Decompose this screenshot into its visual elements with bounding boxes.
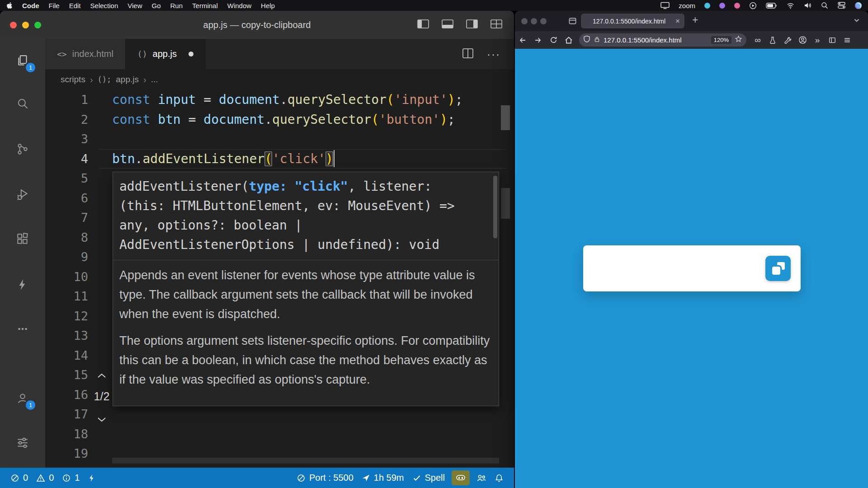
apple-menu-icon[interactable] — [6, 1, 13, 10]
list-tabs-chevron-icon[interactable] — [853, 16, 861, 26]
scrollbar-thumb[interactable] — [501, 105, 510, 130]
menu-terminal[interactable]: Terminal — [192, 2, 218, 9]
menu-help[interactable]: Help — [261, 2, 275, 9]
more-views-icon[interactable] — [0, 322, 45, 336]
extensions-icon[interactable] — [0, 232, 45, 246]
problems-errors[interactable]: 0 — [6, 468, 32, 488]
firefox-view-icon[interactable] — [568, 17, 577, 27]
app-dot-teal-icon[interactable] — [704, 3, 710, 9]
power-status[interactable] — [84, 468, 100, 488]
signature-line: addEventListener(type: "click", listener… — [119, 177, 491, 196]
beaker-extension-icon[interactable] — [766, 36, 779, 44]
copilot-status[interactable] — [452, 470, 470, 485]
toggle-panel-icon[interactable] — [442, 19, 453, 30]
lock-icon[interactable] — [594, 36, 600, 45]
close-tab-icon[interactable]: × — [675, 17, 680, 26]
split-editor-icon[interactable] — [462, 48, 473, 60]
lightning-icon — [88, 474, 96, 483]
explorer-icon[interactable] — [0, 54, 45, 67]
close-window-button[interactable] — [521, 18, 528, 24]
search-icon[interactable] — [0, 97, 45, 110]
clipboard-text-input[interactable] — [591, 252, 761, 285]
search-icon[interactable] — [821, 1, 828, 10]
address-bar[interactable]: 127.0.0.1:5500/index.html 120% — [579, 33, 746, 47]
menu-edit[interactable]: Edit — [69, 2, 81, 9]
battery-icon[interactable] — [766, 1, 777, 10]
scrollbar-decoration — [501, 188, 510, 219]
play-circle-icon[interactable] — [749, 1, 757, 10]
spell-checker[interactable]: Spell — [408, 468, 449, 488]
live-server-port[interactable]: Port : 5500 — [292, 468, 358, 488]
menu-view[interactable]: View — [127, 2, 142, 9]
app-dot-purple-icon[interactable] — [719, 3, 725, 9]
chevron-up-icon[interactable] — [97, 365, 106, 385]
tab-app-js[interactable]: () app.js — [126, 39, 206, 69]
code-line-4[interactable]: btn.addEventListener('click') — [112, 149, 335, 169]
back-icon[interactable] — [515, 36, 530, 45]
wrench-devtools-icon[interactable] — [781, 36, 794, 44]
new-tab-button[interactable]: + — [692, 14, 698, 26]
control-center-icon[interactable] — [837, 1, 846, 10]
menu-run[interactable]: Run — [170, 2, 183, 9]
hamburger-menu-icon[interactable] — [840, 36, 854, 44]
horizontal-scrollbar[interactable] — [112, 458, 499, 464]
home-icon[interactable] — [561, 36, 576, 45]
menu-file[interactable]: File — [49, 2, 60, 9]
zoom-app-menu[interactable]: zoom — [679, 2, 695, 9]
settings-sliders-icon[interactable] — [0, 436, 45, 449]
tracking-protection-shield-icon[interactable] — [583, 35, 590, 45]
problems-warnings[interactable]: 0 — [32, 468, 58, 488]
menu-selection[interactable]: Selection — [90, 2, 118, 9]
menu-app-code[interactable]: Code — [22, 2, 39, 9]
chevron-down-icon[interactable] — [97, 408, 106, 428]
run-debug-icon[interactable] — [0, 188, 45, 201]
popup-scrollbar-thumb[interactable] — [493, 176, 497, 238]
web-page — [515, 49, 868, 488]
code-line-2[interactable]: const btn = document.querySelector('butt… — [112, 110, 455, 130]
thunder-client-icon[interactable] — [0, 278, 45, 291]
browser-tab[interactable]: 127.0.0.1:5500/index.html × — [581, 14, 684, 28]
breadcrumb-file[interactable]: app.js — [116, 75, 139, 84]
notifications[interactable] — [491, 468, 508, 488]
problems-info[interactable]: 1 — [58, 468, 84, 488]
siri-icon[interactable] — [855, 1, 862, 10]
zoom-window-button[interactable] — [540, 18, 547, 24]
accounts-icon[interactable] — [0, 391, 45, 405]
zoom-window-button[interactable] — [34, 22, 41, 28]
signature-pager: 1/2 — [87, 365, 117, 428]
infinity-extension-icon[interactable]: ∞ — [751, 35, 764, 45]
code-editor[interactable]: 12345678910111213141516171819 const inpu… — [45, 90, 514, 468]
sidebars-icon[interactable] — [826, 36, 839, 44]
source-control-icon[interactable] — [0, 142, 45, 156]
breadcrumb-folder[interactable]: scripts — [61, 75, 85, 84]
reload-icon[interactable] — [546, 36, 561, 44]
zoom-level-badge[interactable]: 120% — [711, 36, 731, 44]
bookmark-star-icon[interactable] — [735, 35, 742, 45]
modified-dot-icon[interactable] — [189, 52, 193, 56]
menu-window[interactable]: Window — [227, 2, 251, 9]
volume-icon[interactable] — [804, 1, 812, 10]
account-avatar-icon[interactable] — [796, 36, 809, 44]
time-tracker[interactable]: 1h 59m — [358, 468, 408, 488]
copy-button[interactable] — [765, 256, 791, 281]
toggle-sidebar-icon[interactable] — [417, 19, 429, 30]
signature-line: AddEventListenerOptions | undefined): vo… — [119, 235, 491, 254]
people-status[interactable] — [472, 468, 491, 488]
breadcrumb-more[interactable]: ... — [151, 75, 158, 84]
app-dot-pink-icon[interactable] — [734, 3, 740, 9]
minimize-window-button[interactable] — [22, 22, 29, 28]
code-line-1[interactable]: const input = document.querySelector('in… — [112, 90, 463, 110]
toggle-secondary-sidebar-icon[interactable] — [466, 19, 478, 30]
menu-go[interactable]: Go — [152, 2, 161, 9]
vscode-titlebar[interactable]: app.js — copy-to-clipboard — [0, 11, 514, 39]
overflow-menu-icon[interactable]: » — [811, 35, 824, 45]
screen-mirror-icon[interactable] — [660, 1, 670, 10]
more-actions-icon[interactable]: ··· — [487, 48, 500, 61]
url-text[interactable]: 127.0.0.1:5500/index.html — [604, 36, 708, 44]
wifi-icon[interactable] — [786, 1, 795, 10]
tab-index-html[interactable]: <> index.html — [45, 39, 126, 69]
close-window-button[interactable] — [10, 22, 17, 28]
forward-icon[interactable] — [530, 36, 546, 45]
customize-layout-icon[interactable] — [491, 19, 502, 30]
minimize-window-button[interactable] — [531, 18, 537, 24]
